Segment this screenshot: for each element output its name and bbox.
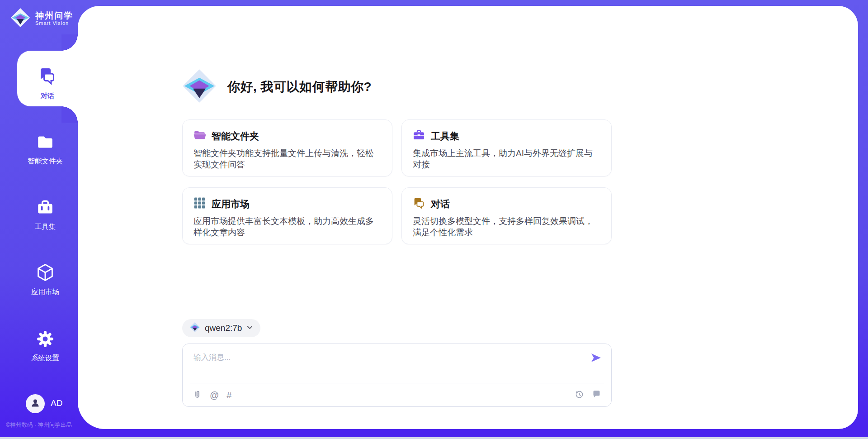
sidebar-item-settings[interactable]: 系统设置 xyxy=(6,329,84,363)
person-icon xyxy=(30,397,41,410)
model-selector[interactable]: qwen2:7b xyxy=(182,319,260,337)
sidebar-item-label: 工具集 xyxy=(35,222,56,232)
model-name: qwen2:7b xyxy=(205,323,242,333)
history-button[interactable] xyxy=(575,390,584,401)
brand-logo: 神州问学 Smart Vision xyxy=(10,7,73,30)
cube-icon xyxy=(35,262,55,284)
card-smart-folder[interactable]: 智能文件夹 智能文件夹功能支持批量文件上传与清洗，轻松实现文件问答 xyxy=(182,119,392,177)
brand-name: 神州问学 xyxy=(35,11,73,20)
topic-button[interactable]: # xyxy=(226,391,231,400)
card-description: 智能文件夹功能支持批量文件上传与清洗，轻松实现文件问答 xyxy=(193,148,381,171)
card-app-market[interactable]: 应用市场 应用市场提供丰富长文本模板，助力高效生成多样化文章内容 xyxy=(182,187,392,244)
card-description: 应用市场提供丰富长文本模板，助力高效生成多样化文章内容 xyxy=(193,215,381,239)
sidebar-item-toolset[interactable]: 工具集 xyxy=(6,198,84,232)
composer-toolbar: @ # xyxy=(193,388,601,402)
send-icon xyxy=(590,352,602,365)
brand-subtitle: Smart Vision xyxy=(35,20,73,26)
user-initials: AD xyxy=(51,398,62,408)
chat-icon xyxy=(37,66,58,89)
message-input[interactable] xyxy=(193,351,574,379)
greeting-title: 你好, 我可以如何帮助你? xyxy=(227,78,372,95)
card-title: 应用市场 xyxy=(212,198,250,210)
brand-diamond-icon xyxy=(10,7,31,30)
card-chat[interactable]: 对话 灵活切换多模型文件，支持多样回复效果调试，满足个性化需求 xyxy=(401,187,612,244)
history-clock-icon xyxy=(575,390,584,401)
sidebar-item-label: 智能文件夹 xyxy=(28,157,63,166)
card-title: 工具集 xyxy=(431,130,459,143)
chat-bubble-icon xyxy=(592,390,601,401)
sidebar-item-label: 应用市场 xyxy=(31,287,59,297)
gear-icon xyxy=(36,329,55,350)
message-composer: @ # xyxy=(182,344,612,407)
app-root: 神州问学 Smart Vision 对话 智能文件夹 xyxy=(0,0,868,439)
sidebar-item-label: 系统设置 xyxy=(31,353,59,363)
briefcase-icon xyxy=(413,129,425,143)
card-toolset[interactable]: 工具集 集成市场上主流工具，助力AI与外界无缝扩展与对接 xyxy=(401,119,612,177)
paperclip-icon xyxy=(193,390,202,401)
sidebar-item-app-market[interactable]: 应用市场 xyxy=(6,262,84,297)
attach-button[interactable] xyxy=(193,390,202,401)
main-content: 你好, 我可以如何帮助你? 智能文件夹 智能文件夹功能支持批量文件上传与清洗，轻… xyxy=(182,0,612,439)
card-title: 对话 xyxy=(431,198,450,210)
hash-icon: # xyxy=(226,391,231,400)
grid-icon xyxy=(193,197,206,211)
chevron-down-icon xyxy=(246,324,253,333)
folder-icon xyxy=(36,133,55,153)
card-description: 灵活切换多模型文件，支持多样回复效果调试，满足个性化需求 xyxy=(413,215,600,239)
chat-bubble-button[interactable] xyxy=(592,390,601,401)
send-button[interactable] xyxy=(590,352,602,365)
sidebar-footer: ©神州数码 · 神州问学出品 xyxy=(0,421,78,429)
at-icon: @ xyxy=(210,391,219,400)
briefcase-icon xyxy=(36,198,55,219)
model-diamond-icon xyxy=(189,322,200,334)
avatar xyxy=(26,394,45,413)
mention-button[interactable]: @ xyxy=(210,391,219,400)
sidebar-item-label: 对话 xyxy=(41,92,54,100)
folder-open-icon xyxy=(193,129,206,143)
card-description: 集成市场上主流工具，助力AI与外界无缝扩展与对接 xyxy=(413,148,600,171)
feature-cards: 智能文件夹 智能文件夹功能支持批量文件上传与清洗，轻松实现文件问答 工具集 xyxy=(182,119,612,244)
composer-divider xyxy=(190,383,604,383)
user-account[interactable]: AD xyxy=(0,394,78,414)
card-title: 智能文件夹 xyxy=(212,130,259,143)
assistant-diamond-icon xyxy=(181,68,217,106)
chat-icon xyxy=(413,197,425,211)
sidebar-item-smart-folder[interactable]: 智能文件夹 xyxy=(6,133,84,166)
sidebar-item-chat[interactable]: 对话 xyxy=(17,66,78,100)
greeting-block: 你好, 我可以如何帮助你? xyxy=(181,68,372,106)
sidebar: 神州问学 Smart Vision 对话 智能文件夹 xyxy=(0,0,78,439)
